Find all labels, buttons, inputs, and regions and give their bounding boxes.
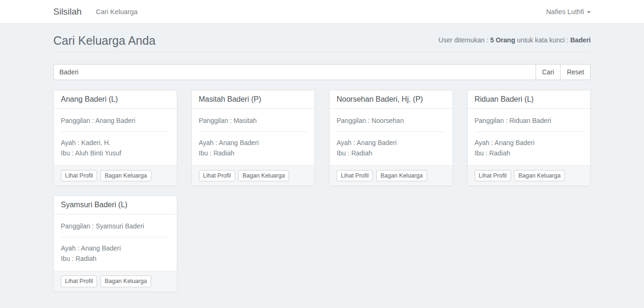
result-column: Anang Baderi (L) Panggilan : Anang Bader…: [46, 90, 184, 186]
person-card-body: Panggilan : Riduan Baderi Ayah : Anang B…: [468, 109, 591, 165]
user-menu-toggle[interactable]: Nafies Luthfi: [546, 8, 591, 16]
caret-down-icon: [587, 11, 591, 13]
summary-keyword: Baderi: [570, 36, 591, 44]
person-nickname: Panggilan : Anang Baderi: [61, 116, 170, 126]
nav-item-cari-keluarga[interactable]: Cari Keluarga: [96, 8, 138, 16]
person-card-body: Panggilan : Noorsehan Ayah : Anang Bader…: [330, 109, 453, 165]
person-card-title: Noorsehan Baderi, Hj. (P): [330, 90, 453, 109]
person-nickname: Panggilan : Syamsuri Baderi: [61, 221, 170, 231]
lihat-profil-button[interactable]: Lihat Profil: [475, 170, 511, 181]
person-card: Masitah Baderi (P) Panggilan : Masitah A…: [191, 90, 315, 186]
person-father: Ayah : Anang Baderi: [61, 243, 170, 253]
person-nickname: Panggilan : Masitah: [199, 116, 308, 126]
person-card: Riduan Baderi (L) Panggilan : Riduan Bad…: [467, 90, 591, 186]
lihat-profil-button[interactable]: Lihat Profil: [61, 276, 97, 287]
person-card-footer: Lihat Profil Bagan Keluarga: [192, 165, 315, 186]
search-button[interactable]: Cari: [536, 64, 561, 80]
person-card: Syamsuri Baderi (L) Panggilan : Syamsuri…: [53, 195, 177, 292]
person-mother: Ibu : Radiah: [475, 148, 584, 158]
brand-link[interactable]: Silsilah: [53, 7, 82, 17]
reset-button[interactable]: Reset: [560, 64, 591, 80]
person-card: Noorsehan Baderi, Hj. (P) Panggilan : No…: [329, 90, 453, 186]
lihat-profil-button[interactable]: Lihat Profil: [61, 170, 97, 181]
divider: [199, 131, 308, 132]
result-column: Syamsuri Baderi (L) Panggilan : Syamsuri…: [46, 195, 184, 292]
page-title: Cari Keluarga Anda: [53, 34, 156, 48]
summary-count: 5 Orang: [490, 36, 515, 44]
search-form: Cari Reset: [53, 64, 591, 80]
results-grid: Anang Baderi (L) Panggilan : Anang Bader…: [46, 90, 598, 301]
person-father: Ayah : Anang Baderi: [199, 138, 308, 148]
person-card-footer: Lihat Profil Bagan Keluarga: [468, 165, 591, 186]
person-card-footer: Lihat Profil Bagan Keluarga: [330, 165, 453, 186]
search-input[interactable]: [53, 64, 536, 80]
person-card-title: Syamsuri Baderi (L): [54, 196, 177, 214]
summary-middle: untuk kata kunci :: [515, 36, 570, 44]
person-card-body: Panggilan : Masitah Ayah : Anang Baderi …: [192, 109, 315, 165]
person-father: Ayah : Anang Baderi: [475, 138, 584, 148]
person-card-footer: Lihat Profil Bagan Keluarga: [54, 271, 177, 291]
person-mother: Ibu : Radiah: [337, 148, 446, 158]
person-card-title: Riduan Baderi (L): [468, 90, 591, 109]
lihat-profil-button[interactable]: Lihat Profil: [199, 170, 235, 181]
bagan-keluarga-button[interactable]: Bagan Keluarga: [100, 170, 151, 181]
main-content: Cari Keluarga Anda User ditemukan : 5 Or…: [0, 34, 644, 301]
person-card-body: Panggilan : Anang Baderi Ayah : Kaderi, …: [54, 109, 177, 165]
bagan-keluarga-button[interactable]: Bagan Keluarga: [238, 170, 289, 181]
person-father: Ayah : Anang Baderi: [337, 138, 446, 148]
person-mother: Ibu : Aluh Binti Yusuf: [61, 148, 170, 158]
person-card-title: Masitah Baderi (P): [192, 90, 315, 109]
divider: [61, 131, 170, 132]
person-card-footer: Lihat Profil Bagan Keluarga: [54, 165, 177, 186]
bagan-keluarga-button[interactable]: Bagan Keluarga: [100, 276, 151, 287]
person-card: Anang Baderi (L) Panggilan : Anang Bader…: [53, 90, 177, 186]
user-name: Nafies Luthfi: [546, 8, 584, 16]
bagan-keluarga-button[interactable]: Bagan Keluarga: [376, 170, 427, 181]
summary-prefix: User ditemukan :: [438, 36, 490, 44]
navbar: Silsilah Cari Keluarga Nafies Luthfi: [0, 0, 644, 24]
person-mother: Ibu : Radiah: [199, 148, 308, 158]
divider: [61, 237, 170, 237]
person-mother: Ibu : Radiah: [61, 253, 170, 264]
person-nickname: Panggilan : Riduan Baderi: [475, 116, 584, 126]
lihat-profil-button[interactable]: Lihat Profil: [337, 170, 373, 181]
result-column: Masitah Baderi (P) Panggilan : Masitah A…: [184, 90, 322, 186]
search-button-group: Cari Reset: [536, 64, 591, 80]
person-father: Ayah : Kaderi, H.: [61, 138, 170, 148]
result-column: Noorsehan Baderi, Hj. (P) Panggilan : No…: [322, 90, 460, 186]
divider: [337, 131, 446, 132]
person-nickname: Panggilan : Noorsehan: [337, 116, 446, 126]
page-header: Cari Keluarga Anda User ditemukan : 5 Or…: [53, 34, 591, 52]
result-summary: User ditemukan : 5 Orang untuk kata kunc…: [438, 36, 591, 44]
person-card-title: Anang Baderi (L): [54, 90, 177, 109]
navbar-right: Nafies Luthfi: [546, 8, 591, 16]
result-column: Riduan Baderi (L) Panggilan : Riduan Bad…: [460, 90, 598, 186]
bagan-keluarga-button[interactable]: Bagan Keluarga: [514, 170, 565, 181]
divider: [475, 131, 584, 132]
person-card-body: Panggilan : Syamsuri Baderi Ayah : Anang…: [54, 214, 177, 271]
